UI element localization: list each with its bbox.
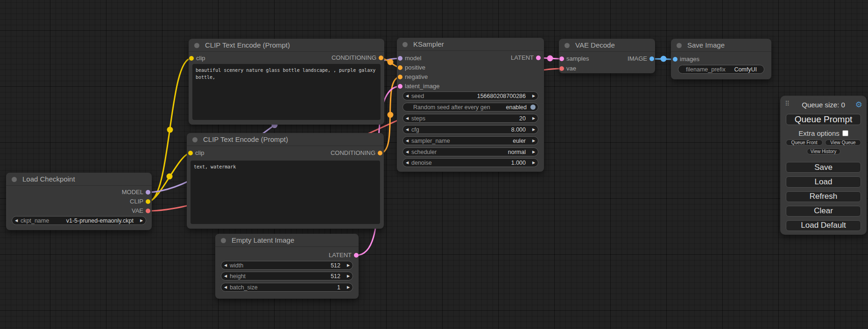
width-widget[interactable]: ◀width512▶ [221, 261, 353, 270]
prompt-textarea[interactable] [191, 161, 380, 224]
steps-prev-icon[interactable]: ◀ [403, 114, 411, 122]
link-midpoint-dot[interactable] [167, 174, 173, 180]
scheduler-next-icon[interactable]: ▶ [529, 148, 538, 156]
conditioning-output-slot[interactable] [379, 56, 383, 60]
node-clip-text-encode-2[interactable]: CLIP Text Encode (Prompt)clipCONDITIONIN… [187, 133, 384, 229]
batch-size-prev-icon[interactable]: ◀ [221, 283, 230, 291]
node-collapse-dot-icon[interactable] [221, 238, 226, 243]
ckpt-name-widget[interactable]: ◀ckpt_namev1-5-pruned-emaonly.ckpt▶ [12, 216, 146, 225]
node-title[interactable]: VAE Decode [559, 39, 655, 52]
height-widget[interactable]: ◀height512▶ [221, 272, 353, 280]
view-history-button[interactable]: View History [807, 148, 840, 154]
node-empty-latent-image[interactable]: Empty Latent ImageLATENT◀width512▶◀heigh… [215, 234, 359, 299]
node-collapse-dot-icon[interactable] [677, 43, 682, 48]
steps-next-icon[interactable]: ▶ [529, 114, 538, 122]
settings-gear-icon[interactable]: ⚙ [855, 100, 862, 110]
scheduler-widget[interactable]: ◀schedulernormal▶ [402, 147, 538, 156]
scheduler-prev-icon[interactable]: ◀ [403, 148, 411, 156]
vae-output-slot[interactable] [146, 209, 150, 213]
random-seed-after-every-gen-toggle-icon[interactable] [530, 105, 536, 110]
node-title[interactable]: Empty Latent Image [215, 234, 359, 247]
node-title[interactable]: KSampler [397, 38, 544, 51]
node-vae-decode[interactable]: VAE DecodesamplesvaeIMAGE [559, 39, 655, 73]
vae-input-slot[interactable] [559, 66, 564, 71]
load-button[interactable]: Load [786, 176, 861, 187]
save-button[interactable]: Save [786, 162, 861, 173]
view-queue-button[interactable]: View Queue [825, 140, 861, 146]
node-title[interactable]: CLIP Text Encode (Prompt) [187, 133, 384, 146]
cfg-value: 8.000 [419, 126, 529, 133]
height-prev-icon[interactable]: ◀ [221, 272, 230, 280]
queue-prompt-button[interactable]: Queue Prompt [786, 114, 861, 125]
refresh-button[interactable]: Refresh [786, 191, 861, 202]
sampler-name-next-icon[interactable]: ▶ [529, 137, 538, 145]
denoise-widget[interactable]: ◀denoise1.000▶ [402, 158, 538, 167]
node-collapse-dot-icon[interactable] [192, 137, 198, 142]
denoise-next-icon[interactable]: ▶ [529, 159, 538, 167]
extra-options-checkbox[interactable] [842, 130, 848, 136]
denoise-prev-icon[interactable]: ◀ [403, 159, 411, 167]
sampler-name-widget[interactable]: ◀sampler_nameeuler▶ [402, 136, 538, 145]
link-midpoint-dot[interactable] [388, 112, 394, 118]
clip-output-slot[interactable] [146, 199, 150, 204]
cfg-prev-icon[interactable]: ◀ [403, 126, 411, 133]
images-input-label: images [680, 56, 699, 63]
clip-output-label: CLIP [130, 198, 143, 205]
node-collapse-dot-icon[interactable] [194, 43, 199, 48]
steps-widget[interactable]: ◀steps20▶ [402, 114, 538, 123]
node-clip-text-encode-1[interactable]: CLIP Text Encode (Prompt)clipCONDITIONIN… [189, 39, 384, 125]
graph-canvas[interactable]: Load CheckpointMODELCLIPVAE◀ckpt_namev1-… [0, 0, 868, 329]
batch-size-widget[interactable]: ◀batch_size1▶ [221, 283, 353, 292]
drag-handle-icon[interactable]: ⠿ [785, 100, 790, 107]
node-collapse-dot-icon[interactable] [565, 43, 570, 48]
ckpt-name-next-icon[interactable]: ▶ [137, 217, 146, 224]
random-seed-after-every-gen-widget[interactable]: Random seed after every genenabled [402, 103, 538, 112]
model-output-slot[interactable] [146, 190, 150, 195]
conditioning-output-slot[interactable] [378, 151, 382, 155]
height-value: 512 [246, 273, 344, 280]
node-title[interactable]: Save Image [671, 39, 771, 52]
images-input-slot[interactable] [673, 57, 677, 62]
clear-button[interactable]: Clear [786, 206, 861, 217]
ckpt-name-value: v1-5-pruned-emaonly.ckpt [49, 217, 137, 224]
latent-output-slot[interactable] [536, 56, 541, 60]
latent-output-slot[interactable] [354, 253, 359, 258]
link-midpoint-dot[interactable] [547, 56, 553, 62]
node-load-checkpoint[interactable]: Load CheckpointMODELCLIPVAE◀ckpt_namev1-… [6, 173, 152, 230]
denoise-value: 1.000 [432, 160, 529, 166]
clip-input-label: clip [196, 55, 205, 62]
queue-front-button[interactable]: Queue Front [786, 140, 823, 146]
cfg-widget[interactable]: ◀cfg8.000▶ [402, 125, 538, 134]
clip-input-slot[interactable] [189, 56, 194, 61]
node-save-image[interactable]: Save Imageimagesfilename_prefixComfyUI [671, 39, 771, 79]
link-midpoint-dot[interactable] [661, 56, 667, 62]
image-output-slot[interactable] [649, 56, 654, 61]
width-prev-icon[interactable]: ◀ [221, 261, 230, 269]
negative-input-slot[interactable] [398, 75, 402, 79]
model-input-slot[interactable] [398, 56, 402, 61]
node-collapse-dot-icon[interactable] [402, 42, 408, 47]
prompt-textarea[interactable] [192, 64, 381, 120]
node-ksampler[interactable]: KSamplermodelpositivenegativelatent_imag… [397, 38, 544, 172]
filename-prefix-widget[interactable]: filename_prefixComfyUI [678, 65, 764, 74]
ckpt-name-prev-icon[interactable]: ◀ [12, 217, 21, 224]
seed-widget[interactable]: ◀seed156680208700286▶ [402, 91, 538, 100]
latent-image-input-slot[interactable] [398, 84, 402, 89]
node-collapse-dot-icon[interactable] [12, 177, 17, 182]
node-title[interactable]: Load Checkpoint [6, 173, 152, 186]
sampler-name-prev-icon[interactable]: ◀ [403, 137, 411, 145]
samples-input-slot[interactable] [559, 56, 564, 61]
width-next-icon[interactable]: ▶ [344, 261, 353, 269]
link-midpoint-dot[interactable] [167, 127, 173, 133]
clip-input-slot[interactable] [188, 151, 193, 155]
link-midpoint-dot[interactable] [388, 59, 394, 65]
seed-next-icon[interactable]: ▶ [529, 92, 538, 100]
seed-prev-icon[interactable]: ◀ [403, 92, 411, 100]
latent-output-label: LATENT [329, 252, 352, 259]
batch-size-next-icon[interactable]: ▶ [344, 283, 353, 291]
cfg-next-icon[interactable]: ▶ [529, 126, 538, 133]
height-next-icon[interactable]: ▶ [344, 272, 353, 280]
positive-input-slot[interactable] [398, 65, 402, 70]
node-title[interactable]: CLIP Text Encode (Prompt) [189, 39, 384, 52]
load-default-button[interactable]: Load Default [786, 220, 861, 231]
